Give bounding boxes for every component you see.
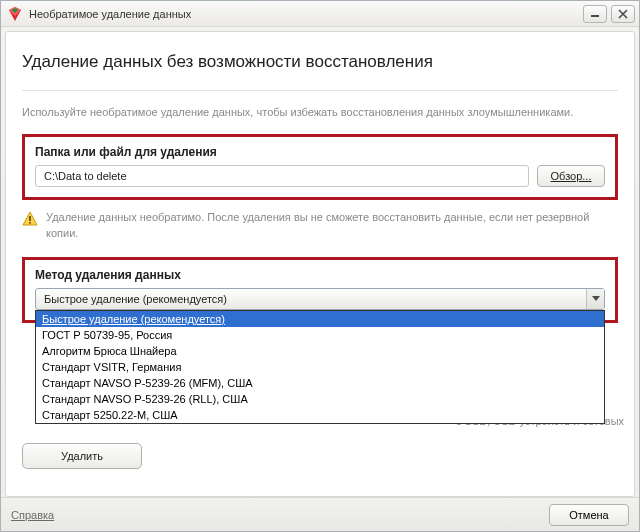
title-text: Необратимое удаление данных — [29, 8, 579, 20]
method-option[interactable]: Стандарт 5250.22-М, США — [36, 407, 604, 423]
delete-button[interactable]: Удалить — [22, 443, 142, 469]
close-button[interactable] — [611, 5, 635, 23]
intro-text: Используйте необратимое удаление данных,… — [22, 105, 618, 120]
cancel-button[interactable]: Отмена — [549, 504, 629, 526]
svg-rect-1 — [29, 216, 31, 221]
method-dropdown-list: Быстрое удаление (рекомендуется) ГОСТ Р … — [35, 310, 605, 424]
chevron-down-icon — [586, 289, 604, 309]
folder-group-label: Папка или файл для удаления — [35, 145, 605, 159]
divider — [22, 90, 618, 91]
content-panel: Удаление данных без возможности восстано… — [5, 31, 635, 497]
warning-text: Удаление данных необратимо. После удален… — [46, 210, 618, 241]
help-link[interactable]: Справка — [11, 509, 54, 521]
warning-row: Удаление данных необратимо. После удален… — [22, 210, 618, 241]
method-option[interactable]: ГОСТ Р 50739-95, Россия — [36, 327, 604, 343]
warning-icon — [22, 211, 38, 227]
app-icon — [7, 6, 23, 22]
browse-button[interactable]: Обзор... — [537, 165, 605, 187]
combobox-selected-text: Быстрое удаление (рекомендуется) — [36, 293, 586, 305]
method-option[interactable]: Быстрое удаление (рекомендуется) — [36, 311, 604, 327]
svg-rect-2 — [29, 222, 31, 224]
method-combobox[interactable]: Быстрое удаление (рекомендуется) Быстрое… — [35, 288, 605, 310]
method-option[interactable]: Стандарт VSITR, Германия — [36, 359, 604, 375]
path-input[interactable] — [35, 165, 529, 187]
method-group-label: Метод удаления данных — [35, 268, 605, 282]
svg-rect-0 — [591, 15, 599, 17]
minimize-button[interactable] — [583, 5, 607, 23]
method-option[interactable]: Алгоритм Брюса Шнайера — [36, 343, 604, 359]
folder-group: Папка или файл для удаления Обзор... — [22, 134, 618, 200]
method-group: Метод удаления данных Быстрое удаление (… — [22, 257, 618, 323]
page-title: Удаление данных без возможности восстано… — [22, 52, 618, 72]
footer-bar: Справка Отмена — [1, 497, 639, 531]
method-option[interactable]: Стандарт NAVSO P-5239-26 (MFM), США — [36, 375, 604, 391]
dialog-window: Необратимое удаление данных Удаление дан… — [0, 0, 640, 532]
titlebar: Необратимое удаление данных — [1, 1, 639, 27]
method-option[interactable]: Стандарт NAVSO P-5239-26 (RLL), США — [36, 391, 604, 407]
